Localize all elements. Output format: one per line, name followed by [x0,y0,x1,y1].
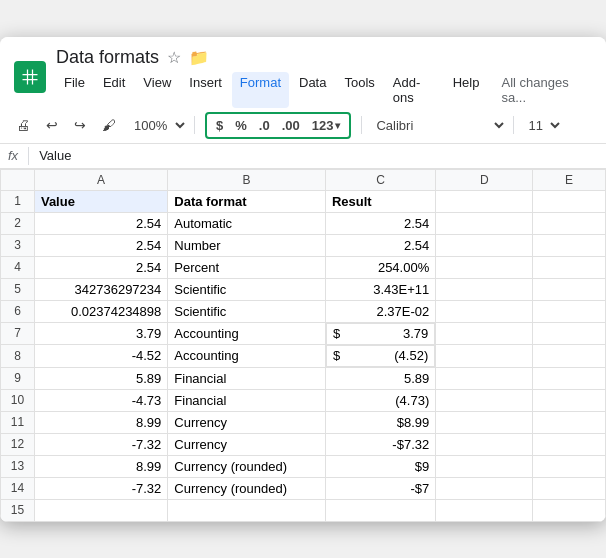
menu-help[interactable]: Help [445,72,488,108]
cell-c6[interactable]: 2.37E-02 [325,300,435,322]
cell-e4[interactable] [533,256,606,278]
cell-e15[interactable] [533,499,606,521]
cell-e13[interactable] [533,455,606,477]
paint-format-button[interactable]: 🖌 [96,113,122,137]
cell-a5[interactable]: 342736297234 [34,278,167,300]
cell-d14[interactable] [436,477,533,499]
menu-view[interactable]: View [135,72,179,108]
cell-a14[interactable]: -7.32 [34,477,167,499]
cell-e8[interactable] [533,345,606,368]
cell-d10[interactable] [436,389,533,411]
redo-button[interactable]: ↪ [68,113,92,137]
star-icon[interactable]: ☆ [167,48,181,67]
table-row[interactable]: 14-7.32Currency (rounded)-$7 [1,477,606,499]
cell-c2[interactable]: 2.54 [325,212,435,234]
cell-c4[interactable]: 254.00% [325,256,435,278]
cell-c9[interactable]: 5.89 [325,367,435,389]
menu-file[interactable]: File [56,72,93,108]
percent-format-button[interactable]: % [232,116,250,135]
cell-b10[interactable]: Financial [168,389,326,411]
cell-b6[interactable]: Scientific [168,300,326,322]
cell-d11[interactable] [436,411,533,433]
cell-a4[interactable]: 2.54 [34,256,167,278]
cell-e6[interactable] [533,300,606,322]
col-header-d[interactable]: D [436,169,533,190]
cell-d9[interactable] [436,367,533,389]
cell-e11[interactable] [533,411,606,433]
cell-a3[interactable]: 2.54 [34,234,167,256]
font-size-select[interactable]: 11 10 12 14 [520,115,563,136]
cell-a2[interactable]: 2.54 [34,212,167,234]
cell-a15[interactable] [34,499,167,521]
cell-d7[interactable] [436,322,533,345]
cell-c1[interactable]: Result [325,190,435,212]
decrease-decimal-button[interactable]: .0 [256,116,273,135]
cell-e2[interactable] [533,212,606,234]
cell-d2[interactable] [436,212,533,234]
cell-b14[interactable]: Currency (rounded) [168,477,326,499]
table-row[interactable]: 15 [1,499,606,521]
table-row[interactable]: 32.54Number2.54 [1,234,606,256]
cell-b15[interactable] [168,499,326,521]
cell-d5[interactable] [436,278,533,300]
cell-c8[interactable]: $(4.52) [326,345,435,367]
undo-button[interactable]: ↩ [40,113,64,137]
cell-e5[interactable] [533,278,606,300]
table-row[interactable]: 5342736297234Scientific3.43E+11 [1,278,606,300]
table-row[interactable]: 10-4.73Financial(4.73) [1,389,606,411]
cell-a8[interactable]: -4.52 [34,345,167,368]
cell-a10[interactable]: -4.73 [34,389,167,411]
cell-c5[interactable]: 3.43E+11 [325,278,435,300]
cell-e1[interactable] [533,190,606,212]
col-header-b[interactable]: B [168,169,326,190]
cell-a7[interactable]: 3.79 [34,322,167,345]
cell-a1[interactable]: Value [34,190,167,212]
cell-c14[interactable]: -$7 [325,477,435,499]
table-row[interactable]: 1ValueData formatResult [1,190,606,212]
table-row[interactable]: 138.99Currency (rounded)$9 [1,455,606,477]
table-row[interactable]: 12-7.32Currency-$7.32 [1,433,606,455]
table-row[interactable]: 95.89Financial5.89 [1,367,606,389]
table-row[interactable]: 118.99Currency$8.99 [1,411,606,433]
cell-a9[interactable]: 5.89 [34,367,167,389]
cell-d6[interactable] [436,300,533,322]
col-header-a[interactable]: A [34,169,167,190]
cell-b3[interactable]: Number [168,234,326,256]
cell-c3[interactable]: 2.54 [325,234,435,256]
cell-b1[interactable]: Data format [168,190,326,212]
table-row[interactable]: 22.54Automatic2.54 [1,212,606,234]
menu-format[interactable]: Format [232,72,289,108]
more-formats-button[interactable]: 123▾ [309,116,344,135]
cell-b4[interactable]: Percent [168,256,326,278]
cell-c15[interactable] [325,499,435,521]
cell-a13[interactable]: 8.99 [34,455,167,477]
col-header-e[interactable]: E [533,169,606,190]
cell-b7[interactable]: Accounting [168,322,326,345]
cell-d8[interactable] [436,345,533,368]
cell-a12[interactable]: -7.32 [34,433,167,455]
cell-c12[interactable]: -$7.32 [325,433,435,455]
col-header-c[interactable]: C [325,169,435,190]
increase-decimal-button[interactable]: .00 [279,116,303,135]
cell-d12[interactable] [436,433,533,455]
dollar-format-button[interactable]: $ [213,116,226,135]
menu-addons[interactable]: Add-ons [385,72,443,108]
cell-d15[interactable] [436,499,533,521]
cell-b9[interactable]: Financial [168,367,326,389]
cell-d3[interactable] [436,234,533,256]
cell-e14[interactable] [533,477,606,499]
cell-a11[interactable]: 8.99 [34,411,167,433]
menu-edit[interactable]: Edit [95,72,133,108]
cell-c7[interactable]: $3.79 [326,323,435,345]
cell-c11[interactable]: $8.99 [325,411,435,433]
table-row[interactable]: 8-4.52Accounting$(4.52) [1,345,606,368]
cell-d4[interactable] [436,256,533,278]
cell-e9[interactable] [533,367,606,389]
table-row[interactable]: 60.02374234898Scientific2.37E-02 [1,300,606,322]
table-row[interactable]: 73.79Accounting$3.79 [1,322,606,345]
cell-a6[interactable]: 0.02374234898 [34,300,167,322]
cell-e7[interactable] [533,322,606,345]
font-select[interactable]: Calibri Arial Times New Roman [368,115,507,136]
cell-e10[interactable] [533,389,606,411]
cell-b2[interactable]: Automatic [168,212,326,234]
